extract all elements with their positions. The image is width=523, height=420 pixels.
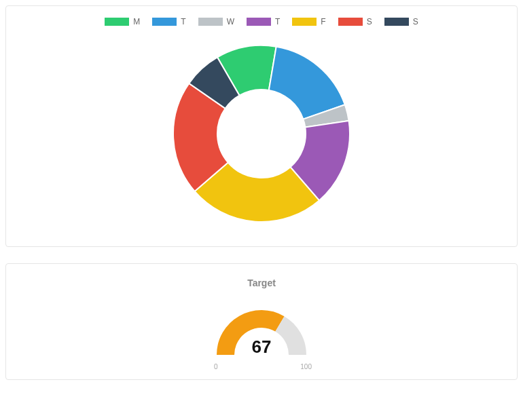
legend-swatch bbox=[105, 18, 129, 26]
legend-item[interactable]: S bbox=[338, 17, 372, 26]
donut-chart bbox=[17, 32, 506, 235]
legend-swatch bbox=[338, 18, 363, 26]
gauge-tick-max: 100 bbox=[300, 363, 312, 370]
legend-item[interactable]: T bbox=[247, 17, 280, 26]
legend-swatch bbox=[198, 18, 223, 26]
legend-item[interactable]: S bbox=[384, 17, 418, 26]
gauge-value: 67 bbox=[207, 337, 316, 358]
gauge-chart: 67 bbox=[207, 298, 316, 362]
legend-label: F bbox=[321, 17, 325, 26]
legend-label: W bbox=[227, 17, 234, 26]
legend-item[interactable]: M bbox=[105, 17, 140, 26]
donut-legend: MTWTFSS bbox=[17, 17, 506, 26]
legend-swatch bbox=[152, 18, 177, 26]
legend-item[interactable]: F bbox=[292, 17, 325, 26]
legend-label: T bbox=[275, 17, 280, 26]
legend-label: S bbox=[367, 17, 372, 26]
donut-svg bbox=[160, 32, 363, 235]
legend-swatch bbox=[384, 18, 409, 26]
legend-item[interactable]: W bbox=[198, 17, 234, 26]
legend-item[interactable]: T bbox=[152, 17, 185, 26]
legend-swatch bbox=[292, 18, 317, 26]
legend-label: M bbox=[133, 17, 140, 26]
donut-chart-card: MTWTFSS bbox=[5, 5, 518, 247]
legend-swatch bbox=[247, 18, 271, 26]
gauge-chart-card: Target 67 0 100 bbox=[5, 263, 518, 380]
gauge-title: Target bbox=[17, 278, 506, 288]
legend-label: T bbox=[181, 17, 185, 26]
legend-label: S bbox=[413, 17, 418, 26]
gauge-tick-min: 0 bbox=[214, 363, 218, 370]
